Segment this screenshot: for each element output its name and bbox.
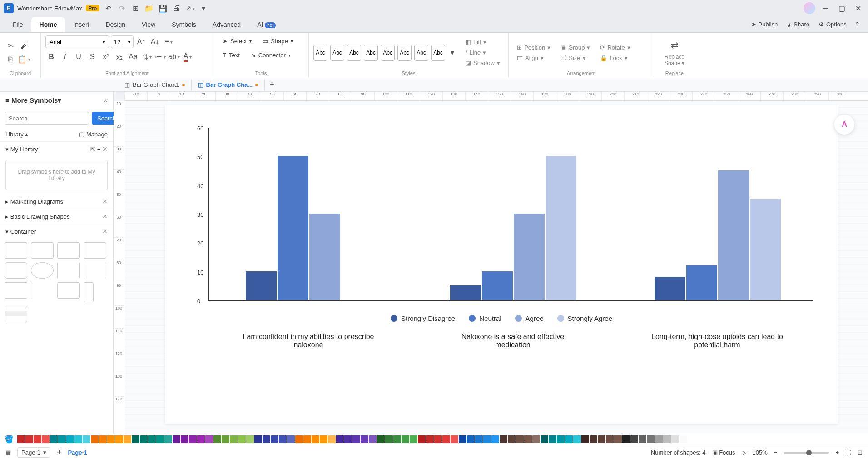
fill-button[interactable]: ◧Fill▾ (462, 37, 504, 47)
position-button[interactable]: ⊞Position▾ (513, 43, 554, 52)
new-tab-button[interactable]: + (265, 78, 279, 91)
add-icon[interactable]: + (97, 146, 101, 153)
color-swatch[interactable] (565, 435, 573, 443)
color-swatch[interactable] (434, 435, 442, 443)
color-swatch[interactable] (557, 435, 565, 443)
zoom-slider[interactable] (784, 452, 829, 454)
color-swatch[interactable] (91, 435, 99, 443)
subscript-icon[interactable]: x₂ (114, 51, 125, 63)
color-swatch[interactable] (655, 435, 663, 443)
color-swatch[interactable] (639, 435, 646, 443)
fill-bucket-icon[interactable]: 🪣 (5, 435, 14, 444)
style-2[interactable]: Abc (330, 45, 344, 61)
color-swatch[interactable] (385, 435, 393, 443)
avatar[interactable] (804, 2, 815, 14)
color-swatch[interactable] (524, 435, 532, 443)
shape-thumb[interactable] (57, 242, 80, 259)
format-painter-icon[interactable]: 🖌 (18, 40, 30, 52)
color-swatch[interactable] (369, 435, 377, 443)
color-swatch[interactable] (581, 435, 589, 443)
color-swatch[interactable] (573, 435, 581, 443)
zoom-in-button[interactable]: + (835, 449, 839, 456)
shape-thumb[interactable] (84, 262, 106, 279)
color-swatch[interactable] (107, 435, 115, 443)
color-swatch[interactable] (66, 435, 74, 443)
shape-thumb[interactable] (5, 306, 27, 322)
italic-icon[interactable]: I (59, 51, 71, 63)
shape-tool[interactable]: ▭Shape▾ (258, 35, 298, 47)
color-swatch[interactable] (25, 435, 33, 443)
color-swatch[interactable] (344, 435, 352, 443)
help-button[interactable]: ? (851, 19, 863, 30)
shape-thumb[interactable] (84, 282, 94, 302)
color-swatch[interactable] (173, 435, 180, 443)
color-swatch[interactable] (205, 435, 213, 443)
close-section-icon[interactable]: ✕ (102, 198, 108, 205)
color-swatch[interactable] (83, 435, 90, 443)
color-swatch[interactable] (279, 435, 287, 443)
color-swatch[interactable] (156, 435, 164, 443)
color-swatch[interactable] (50, 435, 58, 443)
color-swatch[interactable] (418, 435, 426, 443)
menu-ai[interactable]: AI hot (249, 17, 284, 32)
maximize-icon[interactable]: ▢ (835, 2, 848, 15)
color-swatch[interactable] (500, 435, 507, 443)
bar-group[interactable] (655, 170, 781, 300)
color-swatch[interactable] (238, 435, 246, 443)
color-swatch[interactable] (508, 435, 516, 443)
color-swatch[interactable] (295, 435, 303, 443)
font-select[interactable]: Arial▾ (45, 35, 109, 48)
size-button[interactable]: ⛶Size▾ (557, 53, 594, 63)
color-swatch[interactable] (222, 435, 229, 443)
mylib-header[interactable]: ▾ My Library ⇱ + ✕ (0, 141, 113, 156)
color-swatch[interactable] (148, 435, 156, 443)
bar[interactable] (718, 170, 749, 300)
color-swatch[interactable] (598, 435, 605, 443)
replace-shape-icon[interactable]: ⇄ (669, 39, 680, 51)
color-swatch[interactable] (230, 435, 238, 443)
menu-file[interactable]: File (5, 17, 31, 32)
minimize-icon[interactable]: ─ (819, 2, 832, 15)
shape-thumb[interactable] (31, 282, 54, 299)
color-swatch[interactable] (532, 435, 540, 443)
color-swatch[interactable] (549, 435, 556, 443)
color-swatch[interactable] (622, 435, 630, 443)
color-swatch[interactable] (377, 435, 385, 443)
bar-chart[interactable]: Strongly DisagreeNeutralAgreeStrongly Ag… (184, 119, 819, 401)
bold-icon[interactable]: B (45, 51, 57, 63)
zoom-out-button[interactable]: − (774, 449, 778, 456)
color-swatch[interactable] (58, 435, 66, 443)
color-swatch[interactable] (352, 435, 360, 443)
save-icon[interactable]: 💾 (158, 3, 168, 13)
undo-icon[interactable]: ↶ (103, 3, 113, 13)
color-swatch[interactable] (671, 435, 679, 443)
close-icon[interactable]: ✕ (852, 2, 864, 15)
case-icon[interactable]: Aa (127, 51, 139, 63)
color-swatch[interactable] (263, 435, 270, 443)
pages-icon[interactable]: ▤ (5, 449, 11, 456)
options-button[interactable]: ⚙Options (814, 19, 851, 30)
menu-insert[interactable]: Insert (65, 17, 97, 32)
menu-design[interactable]: Design (97, 17, 134, 32)
play-button[interactable]: ▷ (742, 449, 746, 456)
styles-more-icon[interactable]: ▾ (448, 47, 456, 59)
shape-thumb[interactable] (31, 262, 54, 279)
superscript-icon[interactable]: x² (100, 51, 112, 63)
page[interactable]: Strongly DisagreeNeutralAgreeStrongly Ag… (165, 105, 838, 424)
color-swatch[interactable] (361, 435, 368, 443)
bar[interactable] (686, 265, 717, 300)
color-swatch[interactable] (516, 435, 524, 443)
color-swatch[interactable] (467, 435, 475, 443)
color-swatch[interactable] (336, 435, 344, 443)
ai-fab-button[interactable]: A (834, 115, 854, 135)
color-swatch[interactable] (17, 435, 25, 443)
underline-icon[interactable]: U (73, 51, 84, 63)
library-link[interactable]: Library ▴ (5, 131, 28, 138)
color-swatch[interactable] (483, 435, 491, 443)
color-swatch[interactable] (213, 435, 221, 443)
color-swatch[interactable] (271, 435, 278, 443)
color-swatch[interactable] (491, 435, 499, 443)
page-label[interactable]: Page-1 (68, 449, 87, 456)
menu-advanced[interactable]: Advanced (204, 17, 249, 32)
color-swatch[interactable] (459, 435, 466, 443)
